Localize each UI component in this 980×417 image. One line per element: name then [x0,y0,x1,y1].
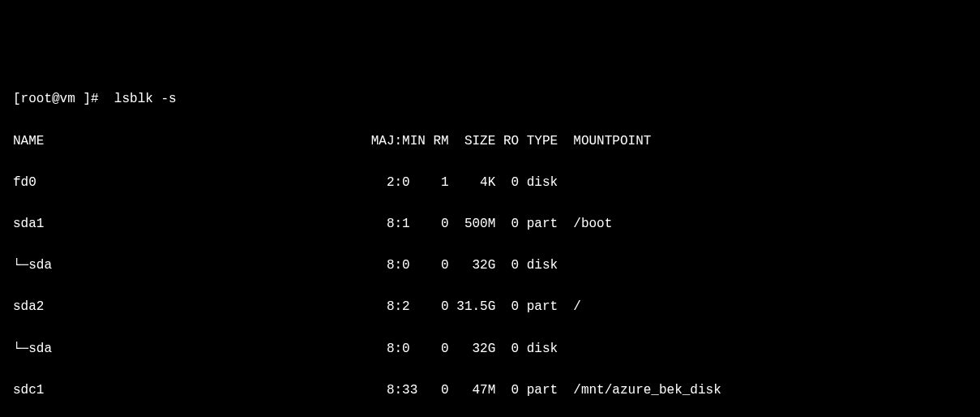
lsblk-row-sda: └─sda 8:0 0 32G 0 disk [13,256,967,277]
terminal-prompt: [root@vm ]# lsblk -s [13,89,967,110]
lsblk-row-sda1: sda1 8:1 0 500M 0 part /boot [13,214,967,235]
lsblk-row-sda-2: └─sda 8:0 0 32G 0 disk [13,339,967,360]
lsblk-row-fd0: fd0 2:0 1 4K 0 disk [13,173,967,194]
lsblk-row-sdc1: sdc1 8:33 0 47M 0 part /mnt/azure_bek_di… [13,380,967,402]
lsblk-header: NAME MAJ:MIN RM SIZE RO TYPE MOUNTPOINT [13,131,967,153]
lsblk-row-sda2: sda2 8:2 0 31.5G 0 part / [13,297,967,318]
